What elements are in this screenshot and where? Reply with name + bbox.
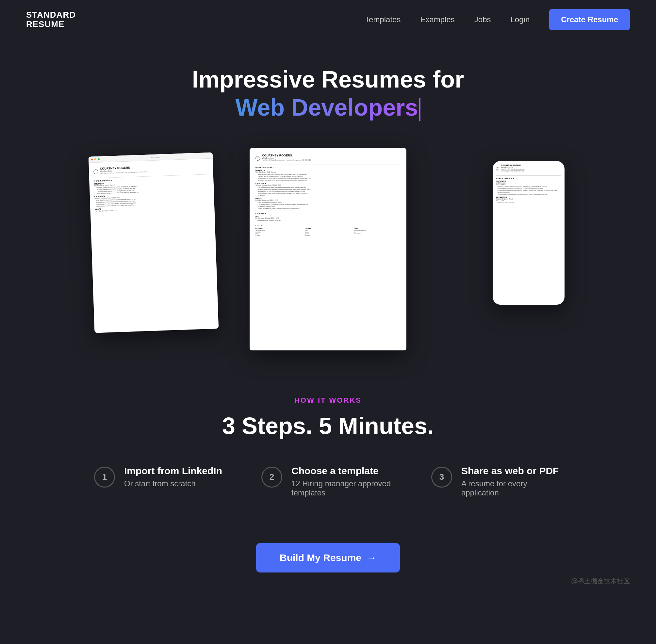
resume-avatar-main: i — [255, 156, 260, 161]
steps-grid: 1 Import from LinkedIn Or start from scr… — [26, 465, 630, 497]
nav-jobs[interactable]: Jobs — [474, 15, 491, 24]
build-resume-arrow: → — [366, 552, 376, 564]
nav-examples[interactable]: Examples — [420, 15, 454, 24]
logo[interactable]: STANDARD RESUME — [26, 10, 76, 29]
step-2-title: Choose a template — [291, 465, 392, 477]
step-3-content: Share as web or PDF A resume for every a… — [461, 465, 562, 497]
nav-login[interactable]: Login — [511, 15, 530, 24]
hero-gradient-text: Web Developers — [235, 94, 418, 120]
create-resume-button[interactable]: Create Resume — [549, 9, 630, 30]
cta-section: Build My Resume → @稀土掘金技术社区 — [0, 517, 656, 592]
watermark: @稀土掘金技术社区 — [571, 577, 630, 585]
step-2-number: 2 — [262, 467, 282, 488]
hero-section: Impressive Resumes for Web Developers — [0, 39, 656, 135]
resume-title-main: Web Developer — [262, 157, 311, 159]
resume-card-right: i COURTNEY ROGERS Web Developer New York… — [493, 161, 565, 305]
resume-contact-right: New York, NY | github.com/courtneycourtn… — [501, 168, 525, 172]
nav-links: Templates Examples Jobs Login Create Res… — [365, 9, 630, 30]
browser-dot-red — [91, 158, 93, 160]
build-resume-label: Build My Resume — [280, 552, 361, 564]
logo-line1: STANDARD — [26, 10, 76, 20]
step-1: 1 Import from LinkedIn Or start from scr… — [94, 465, 222, 488]
hero-cursor — [419, 98, 421, 121]
resume-avatar-left: i — [93, 169, 98, 174]
step-2-desc: 12 Hiring manager approved templates — [291, 479, 392, 497]
resume-content-left: i COURTNEY ROGERS Web Developer New York… — [89, 158, 219, 333]
step-2-content: Choose a template 12 Hiring manager appr… — [291, 465, 392, 497]
build-my-resume-button[interactable]: Build My Resume → — [256, 543, 400, 573]
resume-card-left: remi.io/courtney i COURTNEY ROGERS Web D… — [89, 152, 219, 333]
section-label: HOW IT WORKS — [26, 396, 630, 405]
hero-title-line1: Impressive Resumes for — [26, 65, 630, 93]
browser-dot-green — [98, 158, 100, 160]
resume-preview-section: remi.io/courtney i COURTNEY ROGERS Web D… — [0, 135, 656, 364]
step-1-number: 1 — [94, 467, 115, 488]
step-3-number: 3 — [431, 467, 452, 488]
navbar: STANDARD RESUME Templates Examples Jobs … — [0, 0, 656, 39]
nav-templates[interactable]: Templates — [365, 15, 401, 24]
step-3-desc: A resume for every application — [461, 479, 562, 497]
step-2: 2 Choose a template 12 Hiring manager ap… — [262, 465, 392, 497]
resume-contact-main: New York, NY | github.com/courtney | cou… — [262, 159, 311, 161]
browser-dot-yellow — [94, 158, 96, 160]
logo-line2: RESUME — [26, 20, 76, 29]
resume-title-right: Web Developer — [501, 166, 525, 168]
resume-name-main: COURTNEY ROGERS — [262, 154, 311, 157]
resume-content-main: i COURTNEY ROGERS Web Developer New York… — [250, 148, 406, 350]
step-3: 3 Share as web or PDF A resume for every… — [431, 465, 562, 497]
resume-avatar-right: i — [496, 167, 499, 170]
resume-content-right: i COURTNEY ROGERS Web Developer New York… — [493, 161, 565, 305]
step-1-desc: Or start from scratch — [124, 479, 222, 488]
how-it-works-section: HOW IT WORKS 3 Steps. 5 Minutes. 1 Impor… — [0, 364, 656, 517]
hero-title-line2: Web Developers — [26, 93, 630, 121]
section-title: 3 Steps. 5 Minutes. — [26, 412, 630, 439]
step-1-title: Import from LinkedIn — [124, 465, 222, 477]
resume-card-main: i COURTNEY ROGERS Web Developer New York… — [250, 148, 406, 350]
step-3-title: Share as web or PDF — [461, 465, 562, 477]
step-1-content: Import from LinkedIn Or start from scrat… — [124, 465, 222, 488]
